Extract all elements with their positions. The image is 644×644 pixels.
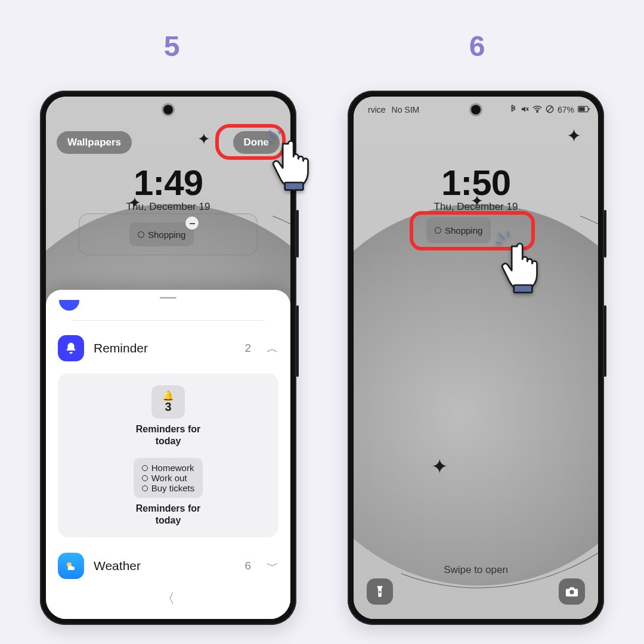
sheet-prev-row [46,304,290,320]
battery-icon [578,105,590,114]
tap-hand-icon [267,129,322,193]
svg-line-9 [547,107,552,112]
widget-picker-sheet[interactable]: Reminder 2 ︿ 🔔 3 Reminders for today Hom… [46,290,290,619]
svg-rect-18 [514,285,532,293]
widget-row-count: 2 [244,342,251,355]
svg-point-14 [569,590,574,594]
reminder-count: 3 [165,400,171,414]
svg-line-15 [499,234,504,239]
side-button [296,210,299,258]
reminder-count-badge: 🔔 3 [151,385,185,419]
reminder-widget-preview[interactable]: 🔔 3 Reminders for today Homework Work ou… [58,373,278,537]
shopping-label: Shopping [445,225,482,236]
status-sim: No SIM [392,105,420,114]
bluetooth-icon [510,105,517,115]
widget-row-count: 6 [244,559,251,572]
clock-time: 1:50 [354,162,598,203]
reminder-app-icon [58,335,84,361]
phone-frame-step6: rvice No SIM 67% [348,91,604,625]
wifi-icon [532,105,542,114]
status-battery-text: 67% [558,105,574,114]
phone-frame-step5: Wallpapers Done ✦ 1:49 Thu, December 19 … [40,91,296,625]
flashlight-button[interactable] [367,578,393,605]
widget-row-title: Weather [94,559,235,573]
sparkle-icon: ✦ [566,125,581,146]
widget-row-reminder[interactable]: Reminder 2 ︿ [46,328,290,369]
svg-rect-13 [379,591,381,593]
task-item: Homework [142,463,195,473]
weather-app-icon [58,553,84,579]
lock-clock[interactable]: 1:50 Thu, December 19 [354,162,598,213]
step-number-6: 6 [459,30,495,63]
widget-slot[interactable]: Shopping – [79,213,258,255]
step-number-5: 5 [154,30,190,63]
swipe-to-open-label: Swipe to open [354,564,598,576]
camera-hole [163,105,173,114]
radio-empty-icon [435,227,441,234]
divider [73,320,263,321]
radio-empty-icon [142,475,148,481]
svg-line-16 [507,231,509,236]
task-item: Work out [142,473,195,483]
sparkle-icon: ✦ [197,130,210,148]
svg-line-3 [267,140,272,141]
reminder-caption: Reminders for today [67,503,269,527]
clock-date: Thu, December 19 [354,201,598,213]
chevron-left-icon[interactable]: 〈 [46,586,290,609]
svg-rect-11 [579,107,585,112]
screen-step5: Wallpapers Done ✦ 1:49 Thu, December 19 … [46,97,290,619]
reminder-caption: Reminders for today [67,423,269,447]
side-button [604,210,606,258]
tap-hand-icon [496,231,551,296]
chevron-down-icon: ﹀ [267,558,278,574]
lock-clock[interactable]: 1:49 Thu, December 19 ✦ [46,162,290,213]
wallpapers-button[interactable]: Wallpapers [57,131,132,154]
clock-date: Thu, December 19 ✦ [46,201,290,213]
remove-widget-button[interactable]: – [185,216,199,230]
shopping-label: Shopping [148,230,185,240]
reminder-tasks-preview: Homework Work out Buy tickets [134,458,203,498]
sheet-grabber[interactable] [160,297,177,299]
radio-empty-icon [142,465,148,471]
widget-row-weather[interactable]: Weather 6 ﹀ [46,546,290,586]
svg-line-1 [270,131,275,137]
clock-time: 1:49 [46,162,290,203]
shopping-widget[interactable]: Shopping [426,217,491,243]
svg-rect-4 [285,182,304,190]
shopping-widget[interactable]: Shopping – [129,222,194,246]
status-carrier: rvice [368,105,386,114]
camera-hole [471,105,481,114]
svg-line-17 [496,242,501,243]
side-button [296,305,299,377]
radio-empty-icon [142,485,148,491]
task-item: Buy tickets [142,483,195,493]
prev-app-icon [59,300,79,311]
screen-step6: rvice No SIM 67% [354,97,598,619]
svg-point-7 [537,111,538,112]
svg-rect-12 [589,108,590,110]
camera-button[interactable] [559,578,585,605]
dnd-icon [546,105,554,115]
sparkle-icon: ✦ [431,454,448,478]
sparkle-icon: ✦ [128,194,141,212]
mute-icon [521,105,529,115]
radio-empty-icon [138,231,144,238]
widget-row-title: Reminder [94,341,235,355]
svg-line-2 [278,129,280,133]
side-button [604,305,606,377]
chevron-up-icon: ︿ [267,340,278,357]
